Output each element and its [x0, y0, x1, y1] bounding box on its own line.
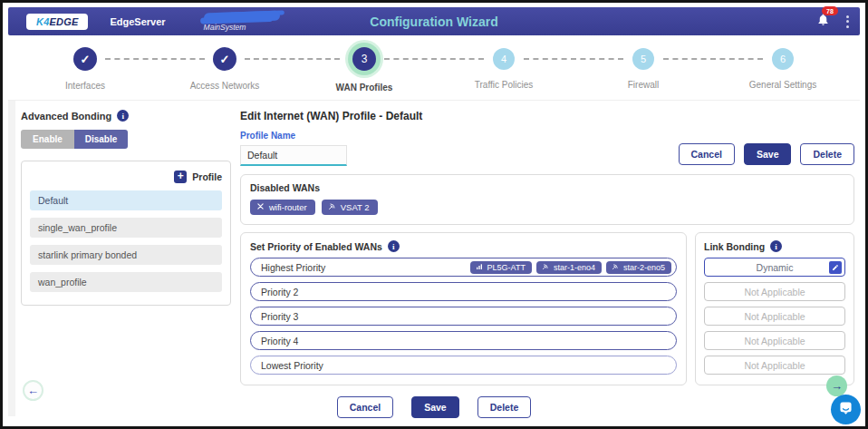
wan-chip-label: star-1-eno4 [554, 263, 595, 272]
profile-list-card: + Profile Default single_wan_profile sta… [21, 161, 231, 306]
notification-badge: 78 [822, 6, 838, 15]
advanced-bonding-toggle: Enable Disable [21, 130, 231, 149]
link-bonding-field: Not Applicable [704, 307, 845, 326]
check-icon: ✓ [73, 47, 97, 71]
arrow-left-icon: ← [27, 384, 39, 397]
step-wan-profiles[interactable]: 3 WAN Profiles [294, 47, 434, 93]
priority-row-lowest[interactable]: Lowest Priority [250, 356, 677, 375]
add-profile-label: Profile [192, 171, 222, 182]
link-bonding-field: Not Applicable [704, 282, 845, 301]
priority-card: Set Priority of Enabled WANs i Highest P… [240, 232, 687, 385]
overflow-menu-icon[interactable] [844, 14, 851, 30]
page-heading: Edit Internet (WAN) Profile - Default [240, 110, 854, 122]
wan-chip-label: wifi-router [269, 202, 307, 212]
user-block: MainSystem [204, 12, 280, 32]
redacted-username [203, 10, 279, 23]
step-interfaces[interactable]: ✓ Interfaces [15, 47, 155, 93]
advanced-bonding-title: Advanced Bonding [21, 111, 111, 122]
wizard-stepper: ✓ Interfaces ✓ Access Networks 3 WAN Pro… [8, 35, 860, 101]
wan-chip[interactable]: star-1-eno4 [536, 261, 602, 274]
wan-chip[interactable]: star-2-eno5 [606, 261, 671, 274]
link-bonding-card: Link Bonding i Dynamic Not Applicable No… [695, 232, 854, 385]
edit-icon[interactable] [829, 261, 842, 274]
wifi-router-icon [256, 202, 265, 212]
satellite-dish-icon [542, 263, 549, 272]
link-bonding-value: Dynamic [757, 262, 794, 273]
step-label: General Settings [749, 80, 817, 90]
delete-button[interactable]: Delete [800, 143, 854, 165]
priority-row-4[interactable]: Priority 4 [250, 331, 677, 350]
cancel-button[interactable]: Cancel [337, 396, 393, 418]
app-window: K4EDGE EdgeServer MainSystem Configurati… [0, 0, 868, 429]
priority-row-3[interactable]: Priority 3 [250, 307, 677, 326]
system-name: MainSystem [204, 23, 246, 32]
link-bonding-title: Link Bonding [704, 241, 765, 252]
profile-item[interactable]: single_wan_profile [30, 218, 222, 238]
disable-button[interactable]: Disable [74, 130, 128, 149]
step-traffic-policies[interactable]: 4 Traffic Policies [434, 47, 574, 93]
step-number: 5 [632, 48, 654, 70]
step-label: Interfaces [65, 81, 105, 91]
cancel-button[interactable]: Cancel [679, 143, 735, 165]
wan-chip[interactable]: VSAT 2 [322, 200, 378, 215]
profile-item[interactable]: starlink primary bonded [30, 245, 222, 265]
step-number: 6 [772, 48, 794, 70]
disabled-wans-card: Disabled WANs wifi-router VSAT 2 [240, 174, 854, 225]
save-button[interactable]: Save [744, 143, 792, 165]
wan-chip[interactable]: wifi-router [250, 200, 315, 215]
satellite-dish-icon [612, 263, 619, 272]
bottom-action-bar: Cancel Save Delete [8, 385, 860, 429]
save-button[interactable]: Save [411, 396, 459, 418]
profile-item-default[interactable]: Default [30, 190, 222, 210]
step-access-networks[interactable]: ✓ Access Networks [155, 47, 294, 93]
step-label: Firewall [628, 80, 659, 90]
chat-bubble-icon [838, 400, 854, 419]
wan-chip-label: VSAT 2 [341, 202, 370, 212]
main-panel: Edit Internet (WAN) Profile - Default Pr… [231, 108, 854, 385]
cellular-icon [476, 263, 483, 272]
info-icon[interactable]: i [117, 110, 129, 122]
step-label: Traffic Policies [475, 80, 533, 90]
satellite-dish-icon [328, 202, 336, 212]
step-label: WAN Profiles [336, 83, 393, 93]
wan-chip-label: star-2-eno5 [623, 263, 665, 272]
priority-row-highest[interactable]: Highest Priority PL5G-ATT star-1-eno4 [250, 258, 677, 277]
check-icon: ✓ [213, 47, 236, 71]
enable-button[interactable]: Enable [21, 130, 74, 149]
link-bonding-field: Not Applicable [704, 356, 845, 375]
logo-k4-text: K4 [36, 16, 49, 27]
chat-launcher[interactable] [831, 395, 861, 424]
step-general-settings[interactable]: 6 General Settings [713, 47, 853, 93]
product-name: EdgeServer [110, 16, 165, 27]
profile-name-label: Profile Name [240, 131, 347, 141]
step-number: 4 [493, 48, 515, 70]
step-label: Access Networks [190, 81, 260, 91]
info-icon[interactable]: i [770, 240, 782, 252]
top-header: K4EDGE EdgeServer MainSystem Configurati… [8, 7, 860, 35]
sidebar: Advanced Bonding i Enable Disable + Prof… [21, 108, 231, 385]
arrow-right-icon: → [831, 379, 843, 393]
page-edge [8, 101, 15, 416]
profile-name-input[interactable] [240, 145, 347, 166]
notification-bell-icon[interactable]: 78 [816, 13, 830, 30]
wan-chip-label: PL5G-ATT [487, 263, 526, 272]
link-bonding-field: Not Applicable [704, 331, 845, 350]
step-firewall[interactable]: 5 Firewall [574, 47, 713, 93]
wan-chip[interactable]: PL5G-ATT [470, 261, 532, 274]
brand-logo[interactable]: K4EDGE [26, 14, 88, 30]
add-profile-button[interactable]: + Profile [174, 171, 222, 183]
plus-icon: + [174, 171, 187, 183]
priority-row-2[interactable]: Priority 2 [250, 282, 677, 301]
priority-title: Set Priority of Enabled WANs [250, 241, 382, 252]
link-bonding-field-dynamic[interactable]: Dynamic [704, 258, 845, 277]
logo-edge-text: EDGE [49, 16, 78, 27]
next-step-button[interactable]: → [826, 375, 847, 396]
previous-step-button[interactable]: ← [23, 380, 43, 401]
disabled-wans-title: Disabled WANs [250, 182, 844, 193]
step-number: 3 [352, 47, 376, 71]
profile-item[interactable]: wan_profile [30, 272, 222, 292]
delete-button[interactable]: Delete [477, 396, 532, 418]
info-icon[interactable]: i [388, 240, 400, 252]
